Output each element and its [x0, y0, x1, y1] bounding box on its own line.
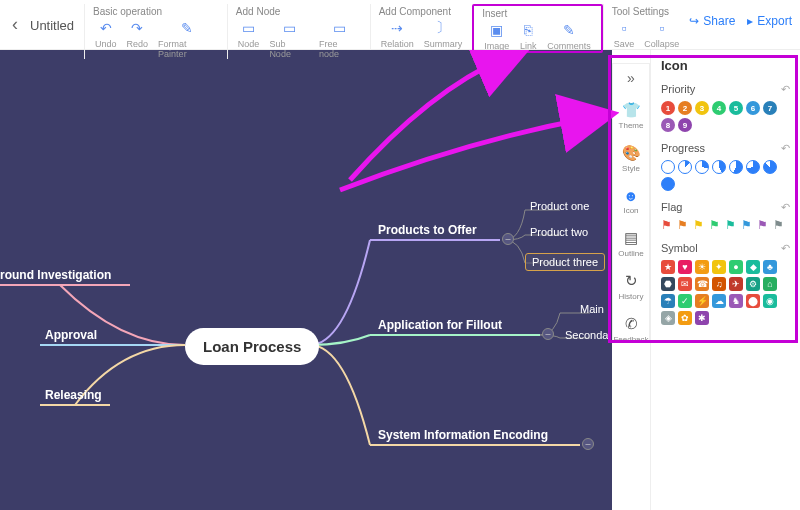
subnode-button[interactable]: ▭Sub Node: [267, 19, 311, 59]
priority-3[interactable]: 3: [695, 101, 709, 115]
node-main[interactable]: Main: [580, 303, 604, 315]
icon-panel: Icon Priority↶ 123456789 Progress↶ Flag↶…: [650, 50, 800, 510]
mindmap-canvas[interactable]: Loan Process round Investigation Approva…: [0, 50, 612, 510]
progress-4[interactable]: [729, 160, 743, 174]
back-button[interactable]: ‹: [8, 4, 26, 35]
symbol-10[interactable]: ♫: [712, 277, 726, 291]
symbol-8[interactable]: ✉: [678, 277, 692, 291]
tab-history[interactable]: ↻History: [613, 269, 649, 304]
symbol-0[interactable]: ★: [661, 260, 675, 274]
progress-5[interactable]: [746, 160, 760, 174]
node-app[interactable]: Application for Fillout: [378, 318, 502, 332]
flag-2[interactable]: ⚑: [693, 219, 706, 232]
image-button[interactable]: ▣Image: [482, 21, 511, 51]
progress-6[interactable]: [763, 160, 777, 174]
node-left-a[interactable]: round Investigation: [0, 268, 111, 282]
tab-icon[interactable]: ☻Icon: [613, 184, 649, 218]
freenode-button[interactable]: ▭Free node: [317, 19, 362, 59]
expand-dot[interactable]: –: [582, 438, 594, 450]
progress-3[interactable]: [712, 160, 726, 174]
save-button[interactable]: ▫Save: [612, 19, 637, 49]
share-button[interactable]: ↪Share: [689, 14, 735, 28]
node-sys[interactable]: System Information Encoding: [378, 428, 548, 442]
symbol-6[interactable]: ♣: [763, 260, 777, 274]
brush-icon: ✎: [178, 19, 196, 37]
symbol-7[interactable]: ⬣: [661, 277, 675, 291]
tab-feedback[interactable]: ✆Feedback: [613, 312, 649, 347]
priority-4[interactable]: 4: [712, 101, 726, 115]
doc-title[interactable]: Untitled: [26, 4, 84, 33]
flag-4[interactable]: ⚑: [725, 219, 738, 232]
priority-9[interactable]: 9: [678, 118, 692, 132]
priority-2[interactable]: 2: [678, 101, 692, 115]
progress-0[interactable]: [661, 160, 675, 174]
symbol-16[interactable]: ⚡: [695, 294, 709, 308]
comments-button[interactable]: ✎Comments: [545, 21, 593, 51]
symbol-15[interactable]: ✓: [678, 294, 692, 308]
collapse-button[interactable]: ▫Collapse: [642, 19, 681, 49]
flag-0[interactable]: ⚑: [661, 219, 674, 232]
symbol-5[interactable]: ◆: [746, 260, 760, 274]
expand-dot[interactable]: –: [502, 233, 514, 245]
priority-7[interactable]: 7: [763, 101, 777, 115]
node-product-one[interactable]: Product one: [530, 200, 589, 212]
symbol-21[interactable]: ◈: [661, 311, 675, 325]
reset-icon[interactable]: ↶: [781, 142, 790, 155]
panel-title: Icon: [661, 58, 790, 73]
symbol-14[interactable]: ☂: [661, 294, 675, 308]
summary-button[interactable]: 〕Summary: [422, 19, 465, 49]
link-button[interactable]: ⎘Link: [517, 21, 539, 51]
progress-2[interactable]: [695, 160, 709, 174]
reset-icon[interactable]: ↶: [781, 242, 790, 255]
format-painter-button[interactable]: ✎Format Painter: [156, 19, 219, 59]
undo-button[interactable]: ↶Undo: [93, 19, 119, 59]
reset-icon[interactable]: ↶: [781, 201, 790, 214]
node-secondary[interactable]: Seconda: [565, 329, 608, 341]
progress-7[interactable]: [661, 177, 675, 191]
symbol-1[interactable]: ♥: [678, 260, 692, 274]
symbol-2[interactable]: ☀: [695, 260, 709, 274]
symbol-22[interactable]: ✿: [678, 311, 692, 325]
node-left-b[interactable]: Approval: [45, 328, 97, 342]
image-icon: ▣: [488, 21, 506, 39]
priority-5[interactable]: 5: [729, 101, 743, 115]
symbol-19[interactable]: ⬤: [746, 294, 760, 308]
tab-theme[interactable]: 👕Theme: [613, 98, 649, 133]
symbol-9[interactable]: ☎: [695, 277, 709, 291]
expand-dot[interactable]: –: [542, 328, 554, 340]
reset-icon[interactable]: ↶: [781, 83, 790, 96]
node-product-two[interactable]: Product two: [530, 226, 588, 238]
symbol-18[interactable]: ♞: [729, 294, 743, 308]
symbol-3[interactable]: ✦: [712, 260, 726, 274]
flag-1[interactable]: ⚑: [677, 219, 690, 232]
priority-8[interactable]: 8: [661, 118, 675, 132]
tab-style[interactable]: 🎨Style: [613, 141, 649, 176]
node-left-c[interactable]: Releasing: [45, 388, 102, 402]
relation-button[interactable]: ⇢Relation: [379, 19, 416, 49]
node-product-three[interactable]: Product three: [525, 253, 605, 271]
flag-5[interactable]: ⚑: [741, 219, 754, 232]
redo-button[interactable]: ↷Redo: [125, 19, 151, 59]
export-button[interactable]: ▸Export: [747, 14, 792, 28]
redo-icon: ↷: [128, 19, 146, 37]
symbol-13[interactable]: ⌂: [763, 277, 777, 291]
symbol-4[interactable]: ●: [729, 260, 743, 274]
tab-outline[interactable]: ▤Outline: [613, 226, 649, 261]
priority-1[interactable]: 1: [661, 101, 675, 115]
progress-1[interactable]: [678, 160, 692, 174]
priority-6[interactable]: 6: [746, 101, 760, 115]
collapse-panel-button[interactable]: »: [627, 70, 635, 86]
symbol-12[interactable]: ⚙: [746, 277, 760, 291]
flag-6[interactable]: ⚑: [757, 219, 770, 232]
flag-7[interactable]: ⚑: [773, 219, 786, 232]
symbol-23[interactable]: ✱: [695, 311, 709, 325]
symbol-11[interactable]: ✈: [729, 277, 743, 291]
group-insert: Insert ▣Image ⎘Link ✎Comments: [472, 4, 603, 53]
node-button[interactable]: ▭Node: [236, 19, 262, 59]
node-center[interactable]: Loan Process: [185, 328, 319, 365]
symbol-20[interactable]: ◉: [763, 294, 777, 308]
node-products[interactable]: Products to Offer: [378, 223, 477, 237]
symbol-17[interactable]: ☁: [712, 294, 726, 308]
flag-3[interactable]: ⚑: [709, 219, 722, 232]
link-icon: ⎘: [519, 21, 537, 39]
